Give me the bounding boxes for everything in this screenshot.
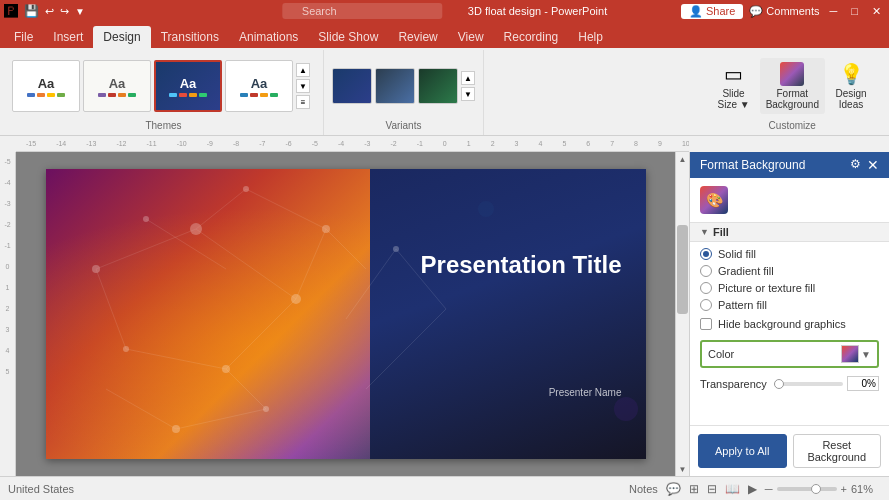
undo-btn[interactable]: ↩ [45,5,54,18]
maximize-button[interactable]: □ [847,5,862,17]
panel-close-icon[interactable]: ✕ [867,157,879,173]
transparency-value[interactable]: 0% [847,376,879,391]
solid-fill-option[interactable]: Solid fill [700,248,879,260]
picture-fill-option[interactable]: Picture or texture fill [700,282,879,294]
svg-line-6 [246,189,326,229]
vertical-scrollbar[interactable]: ▲ ▼ [675,152,689,476]
svg-point-24 [172,425,180,433]
slide-size-icon: ▭ [724,62,743,86]
svg-line-13 [176,409,266,429]
view-slide-sorter-icon[interactable]: ⊟ [707,482,717,496]
zoom-in-button[interactable]: + [841,483,847,495]
share-button[interactable]: 👤 Share [681,4,743,19]
pattern-fill-option[interactable]: Pattern fill [700,299,879,311]
tab-view[interactable]: View [448,26,494,48]
customize-quick-access[interactable]: ▼ [75,6,85,17]
svg-point-25 [263,406,269,412]
gradient-fill-radio [700,265,712,277]
theme-item-4[interactable]: Aa [225,60,293,112]
variant-3[interactable] [418,68,458,104]
view-normal-icon[interactable]: ⊞ [689,482,699,496]
redo-btn[interactable]: ↪ [60,5,69,18]
solid-fill-radio [700,248,712,260]
ruler-numbers: -15-14-13-12-11-10-9-8-7-6-5-4-3-2-10123… [16,140,689,147]
search-input[interactable] [282,3,442,19]
slide-info: United States [8,483,74,495]
themes-label: Themes [12,118,315,131]
zoom-out-button[interactable]: ─ [765,483,773,495]
scroll-up-arrow[interactable]: ▲ [676,152,689,166]
title-bar: 🅿 💾 ↩ ↪ ▼ 3D float design - PowerPoint 👤… [0,0,889,22]
view-reading-icon[interactable]: 📖 [725,482,740,496]
scroll-thumb[interactable] [677,225,688,314]
slide-canvas: Presentation Title Presenter Name [16,152,675,476]
tab-animations[interactable]: Animations [229,26,308,48]
color-dropdown-arrow[interactable]: ▼ [861,349,871,360]
tab-recording[interactable]: Recording [494,26,569,48]
color-selector-row[interactable]: Color ▼ [700,340,879,368]
save-btn[interactable]: 💾 [24,4,39,18]
zoom-slider-thumb [811,484,821,494]
fill-section-header: ▼ Fill [690,222,889,242]
v-ruler-numbers: -5-4-3-2-1012345 [0,152,15,375]
tab-help[interactable]: Help [568,26,613,48]
slide-size-button[interactable]: ▭ SlideSize ▼ [711,58,755,114]
tab-transitions[interactable]: Transitions [151,26,229,48]
fill-collapse-arrow[interactable]: ▼ [700,227,709,237]
tab-file[interactable]: File [4,26,43,48]
design-ideas-icon: 💡 [839,62,864,86]
close-button[interactable]: ✕ [868,5,885,18]
tab-review[interactable]: Review [388,26,447,48]
theme-scroll-more[interactable]: ≡ [296,95,310,109]
theme-item-3[interactable]: Aa [154,60,222,112]
variant-2[interactable] [375,68,415,104]
fill-options: Solid fill Gradient fill Picture or text… [690,242,889,336]
theme-item-1[interactable]: Aa [12,60,80,112]
transparency-slider[interactable] [774,382,843,386]
share-icon: 👤 [689,5,703,18]
tab-slideshow[interactable]: Slide Show [308,26,388,48]
hide-bg-label: Hide background graphics [718,318,846,330]
solid-fill-label: Solid fill [718,248,756,260]
horizontal-ruler: -15-14-13-12-11-10-9-8-7-6-5-4-3-2-10123… [16,136,689,152]
tab-design[interactable]: Design [93,26,150,48]
scroll-track [676,166,689,462]
main-content: -5-4-3-2-1012345 [0,152,889,476]
zoom-level[interactable]: 61% [851,483,881,495]
svg-line-4 [96,269,126,349]
color-swatch-button[interactable]: ▼ [841,345,871,363]
notes-button[interactable]: Notes [629,483,658,495]
view-presenter-icon[interactable]: ▶ [748,482,757,496]
variant-scroll-down[interactable]: ▼ [461,87,475,101]
format-background-button[interactable]: FormatBackground [760,58,825,114]
theme-scroll-up[interactable]: ▲ [296,63,310,77]
svg-point-19 [222,365,230,373]
format-background-panel: Format Background ⚙ ✕ 🎨 ▼ Fill Solid fil… [689,152,889,476]
hide-bg-option[interactable]: Hide background graphics [700,318,879,330]
format-background-label: FormatBackground [766,88,819,110]
picture-fill-label: Picture or texture fill [718,282,815,294]
panel-settings-icon[interactable]: ⚙ [850,157,861,173]
variant-1[interactable] [332,68,372,104]
svg-point-23 [143,216,149,222]
gradient-fill-option[interactable]: Gradient fill [700,265,879,277]
comments-button[interactable]: 💬 Comments [749,5,819,18]
apply-to-all-button[interactable]: Apply to All [698,434,787,468]
svg-line-7 [296,229,326,299]
design-ideas-button[interactable]: 💡 DesignIdeas [829,58,873,114]
slide[interactable]: Presentation Title Presenter Name [46,169,646,459]
ribbon-tabs: File Insert Design Transitions Animation… [0,22,889,48]
ribbon-content: Aa Aa Aa [0,48,889,136]
zoom-slider[interactable] [777,487,837,491]
variant-scroll-up[interactable]: ▲ [461,71,475,85]
theme-item-2[interactable]: Aa [83,60,151,112]
panel-footer: Apply to All Reset Background [690,425,889,476]
slide-title: Presentation Title [421,250,622,280]
tab-insert[interactable]: Insert [43,26,93,48]
reset-background-button[interactable]: Reset Background [793,434,882,468]
theme-scroll-down[interactable]: ▼ [296,79,310,93]
transparency-thumb [774,379,784,389]
minimize-button[interactable]: ─ [826,5,842,17]
scroll-down-arrow[interactable]: ▼ [676,462,689,476]
zoom-control: ─ + 61% [765,483,881,495]
